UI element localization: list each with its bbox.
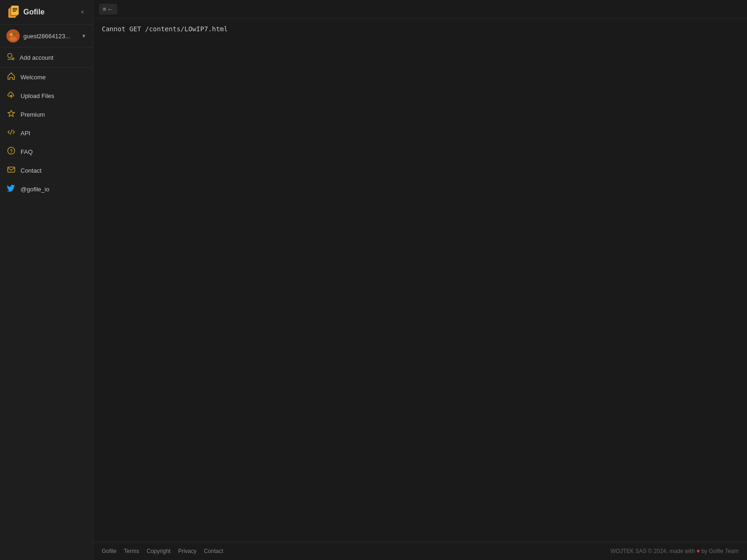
main-content: Cannot GET /contents/LOwIP7.html <box>93 19 747 542</box>
sidebar: Gofile × guest28664123... ▼ Add account <box>0 0 93 560</box>
home-icon <box>7 72 16 82</box>
nav-contact[interactable]: Contact <box>0 161 93 180</box>
avatar <box>7 29 20 42</box>
svg-point-7 <box>10 33 13 36</box>
app-title: Gofile <box>23 8 44 16</box>
api-icon <box>7 128 16 138</box>
main-footer: Gofile Terms Copyright Privacy Contact W… <box>93 542 747 560</box>
svg-line-16 <box>10 130 12 134</box>
footer-link-contact[interactable]: Contact <box>204 548 223 554</box>
nav-upload[interactable]: Upload Files <box>0 86 93 105</box>
nav-back-button[interactable]: ≡ ← <box>99 4 117 14</box>
footer-link-terms[interactable]: Terms <box>124 548 139 554</box>
add-account-item[interactable]: Add account <box>0 48 93 68</box>
sidebar-logo-area: Gofile <box>7 6 44 19</box>
upload-icon <box>7 91 16 101</box>
main-toolbar: ≡ ← <box>93 0 747 19</box>
sidebar-header: Gofile × <box>0 0 93 25</box>
footer-links: Gofile Terms Copyright Privacy Contact <box>102 548 223 554</box>
twitter-icon <box>7 184 16 194</box>
credit-text: WOJTEK SAS © 2024, made with <box>610 548 695 554</box>
main-panel: ≡ ← Cannot GET /contents/LOwIP7.html Gof… <box>93 0 747 560</box>
account-section[interactable]: guest28664123... ▼ <box>0 25 93 48</box>
add-account-icon <box>7 52 15 63</box>
svg-point-8 <box>14 33 16 35</box>
account-name: guest28664123... <box>23 33 78 40</box>
hamburger-icon: ≡ <box>103 6 106 13</box>
svg-point-9 <box>9 36 17 41</box>
add-account-label: Add account <box>20 54 53 61</box>
error-message: Cannot GET /contents/LOwIP7.html <box>102 25 228 33</box>
svg-point-10 <box>8 54 12 58</box>
nav-faq-label: FAQ <box>21 148 33 155</box>
footer-link-privacy[interactable]: Privacy <box>178 548 196 554</box>
nav-api[interactable]: API <box>0 124 93 142</box>
nav-faq[interactable]: ? FAQ <box>0 142 93 161</box>
credit-suffix: by Gofile Team <box>701 548 739 554</box>
svg-rect-19 <box>8 167 15 172</box>
heart-icon: ♥ <box>697 548 701 554</box>
footer-link-gofile[interactable]: Gofile <box>102 548 116 554</box>
back-arrow-icon: ← <box>107 6 113 13</box>
nav-twitter-label: @gofile_io <box>21 186 49 193</box>
gofile-logo-icon <box>7 6 20 19</box>
nav-api-label: API <box>21 130 30 137</box>
svg-text:?: ? <box>10 149 13 154</box>
faq-icon: ? <box>7 147 16 157</box>
nav-contact-label: Contact <box>21 167 42 174</box>
star-icon <box>7 109 16 119</box>
svg-rect-2 <box>11 6 19 15</box>
footer-credit: WOJTEK SAS © 2024, made with ♥ by Gofile… <box>610 548 739 554</box>
nav-welcome[interactable]: Welcome <box>0 68 93 86</box>
contact-icon <box>7 165 16 175</box>
nav-twitter[interactable]: @gofile_io <box>0 180 93 198</box>
nav-upload-label: Upload Files <box>21 92 54 99</box>
footer-link-copyright[interactable]: Copyright <box>147 548 170 554</box>
nav-welcome-label: Welcome <box>21 74 46 81</box>
close-button[interactable]: × <box>78 8 86 16</box>
nav-premium-label: Premium <box>21 111 45 118</box>
nav-premium[interactable]: Premium <box>0 105 93 124</box>
account-chevron-icon: ▼ <box>81 33 86 39</box>
svg-marker-15 <box>8 110 15 117</box>
